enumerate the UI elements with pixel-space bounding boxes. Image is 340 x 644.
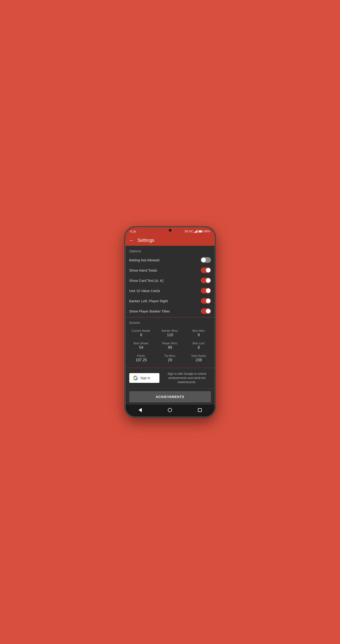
score-cell-2: Bets Won: 8 — [185, 327, 213, 339]
score-value-6: 197.25 — [128, 358, 154, 362]
option-label-4: Banker Left, Player Right — [129, 299, 168, 303]
score-value-7: 29 — [157, 358, 183, 362]
option-row-4: Banker Left, Player Right — [126, 296, 215, 306]
nav-recent-button[interactable] — [198, 408, 202, 412]
option-label-3: Use 10 Value Cards — [129, 289, 160, 293]
score-value-8: 238 — [186, 358, 212, 362]
signal-icon — [194, 230, 198, 233]
options-section: Options Betting Not Allowed Show Hand To… — [126, 246, 215, 317]
toggle-show-hand-totals[interactable] — [201, 268, 211, 273]
signin-button-label: Sign in — [140, 376, 150, 380]
nav-home-button[interactable] — [168, 408, 172, 412]
score-cell-5: Bets Lost: 8 — [185, 340, 213, 352]
achievements-button[interactable]: ACHIEVEMENTS — [129, 391, 211, 402]
score-title-3: Best Streak: — [128, 342, 154, 345]
score-value-0: 6 — [128, 333, 154, 337]
score-title-5: Bets Lost: — [186, 342, 212, 345]
option-row-3: Use 10 Value Cards — [126, 286, 215, 296]
toggle-show-card-text[interactable] — [201, 278, 211, 283]
google-signin-button[interactable]: Sign in — [129, 373, 159, 383]
signin-description: Sign in with Google to unlock achievemen… — [163, 372, 211, 384]
status-time: 9:16 — [130, 230, 136, 233]
app-header: ← Settings — [126, 235, 215, 246]
score-title-1: Banker Wins: — [157, 329, 183, 332]
score-title-2: Bets Won: — [186, 329, 212, 332]
option-row-0: Betting Not Allowed — [126, 255, 215, 265]
score-cell-1: Banker Wins: 110 — [156, 327, 184, 339]
option-label-5: Show Player Banker Titles — [129, 309, 170, 313]
toggle-use-10-value-cards[interactable] — [201, 288, 211, 294]
network-label: 5G UC — [185, 230, 193, 233]
score-value-2: 8 — [186, 333, 212, 337]
battery-icon — [198, 230, 203, 232]
options-section-label: Options — [126, 246, 215, 255]
score-value-4: 99 — [157, 346, 183, 350]
score-value-5: 8 — [186, 346, 212, 350]
score-title-7: Tie Wins: — [157, 354, 183, 358]
nav-back-button[interactable] — [139, 408, 142, 412]
scroll-content: Options Betting Not Allowed Show Hand To… — [126, 246, 215, 404]
option-row-1: Show Hand Totals — [126, 265, 215, 275]
option-label-0: Betting Not Allowed — [129, 258, 159, 262]
toggle-show-player-banker-titles[interactable] — [201, 308, 211, 314]
score-cell-8: Total Hands: 238 — [185, 352, 213, 364]
toggle-banker-left-player-right[interactable] — [201, 298, 211, 304]
action-buttons: ACHIEVEMENTS LEADERBOARDS RARE CARDS PRA… — [126, 388, 215, 404]
score-cell-3: Best Streak: 54 — [127, 340, 155, 352]
score-value-1: 110 — [157, 333, 183, 337]
score-cell-0: Current Streak: 6 — [127, 327, 155, 339]
option-label-2: Show Card Text (A, K) — [129, 278, 164, 282]
scores-section-label: Scores — [126, 317, 215, 326]
scores-section: Scores Current Streak: 6 Banker Wins: 11… — [126, 317, 215, 368]
score-title-0: Current Streak: — [128, 329, 154, 332]
phone-frame: 9:16 5G UC 85% ← — [125, 227, 215, 417]
score-title-8: Total Hands: — [186, 354, 212, 358]
option-row-5: Show Player Banker Titles — [126, 306, 215, 316]
google-logo-icon — [133, 376, 138, 380]
status-right: 5G UC 85% — [185, 230, 210, 233]
signin-section: Sign in Sign in with Google to unlock ac… — [126, 368, 215, 388]
toggle-betting-not-allowed[interactable] — [201, 257, 211, 263]
page-title: Settings — [138, 238, 154, 243]
option-row-2: Show Card Text (A, K) — [126, 275, 215, 286]
score-cell-7: Tie Wins: 29 — [156, 352, 184, 364]
battery-percent: 85% — [204, 230, 210, 233]
score-title-4: Player Wins: — [157, 342, 183, 345]
score-cell-4: Player Wins: 99 — [156, 340, 184, 352]
nav-bar — [126, 404, 215, 416]
scores-grid: Current Streak: 6 Banker Wins: 110 Bets … — [126, 326, 215, 365]
score-value-3: 54 — [128, 346, 154, 350]
score-cell-6: Points: 197.25 — [127, 352, 155, 364]
score-title-6: Points: — [128, 354, 154, 358]
back-button[interactable]: ← — [129, 238, 134, 243]
camera-notch — [169, 229, 172, 232]
option-label-1: Show Hand Totals — [129, 268, 157, 272]
